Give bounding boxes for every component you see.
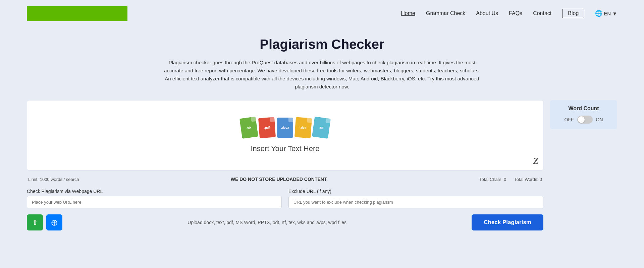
nav-contact[interactable]: Contact xyxy=(533,10,551,16)
chevron-down-icon: ▼ xyxy=(612,11,617,16)
upload-buttons: ⇧ ⨁ xyxy=(27,214,62,230)
total-words: Total Words: 0 xyxy=(514,177,542,182)
text-input-area[interactable]: .xls .pdf .docx .doc .rtf Insert Your Te… xyxy=(27,100,543,171)
stats: Total Chars: 0 Total Words: 0 xyxy=(479,177,542,182)
action-row: ⇧ ⨁ Upload docx, text, pdf, MS Word, PPT… xyxy=(27,214,543,230)
dropbox-button[interactable]: ⨁ xyxy=(46,214,62,230)
upload-info: Upload docx, text, pdf, MS Word, PPTX, o… xyxy=(62,220,472,225)
nav-faqs[interactable]: FAQs xyxy=(509,10,522,16)
doc-icon: .doc xyxy=(294,117,312,138)
globe-icon: 🌐 xyxy=(595,10,602,17)
insert-text-label: Insert Your Text Here xyxy=(251,144,319,153)
nav-about-us[interactable]: About Us xyxy=(476,10,498,16)
webpage-url-label: Check Plagiarism via Webpage URL xyxy=(27,189,282,194)
check-plagiarism-button[interactable]: Check Plagiarism xyxy=(472,214,543,230)
navigation: Home Grammar Check About Us FAQs Contact… xyxy=(401,9,617,18)
dropbox-icon: ⨁ xyxy=(51,219,57,226)
no-store-text: WE DO NOT STORE UPLOADED CONTENT. xyxy=(231,177,328,182)
main-content: Plagiarism Checker Plagiarism checker go… xyxy=(0,27,644,244)
webpage-url-input[interactable] xyxy=(27,196,282,208)
xls-icon: .xls xyxy=(239,117,258,139)
toggle-thumb xyxy=(578,116,585,123)
toggle-off-label: OFF xyxy=(565,117,574,122)
page-title: Plagiarism Checker xyxy=(27,37,617,52)
lang-label: EN xyxy=(604,11,611,16)
rtf-icon: .rtf xyxy=(312,117,331,139)
typo-icon: 𝜡 xyxy=(533,156,538,166)
word-count-toggle[interactable] xyxy=(577,116,593,124)
nav-grammar-check[interactable]: Grammar Check xyxy=(426,10,465,16)
total-chars: Total Chars: 0 xyxy=(479,177,506,182)
page-description: Plagiarism checker goes through the ProQ… xyxy=(161,59,483,91)
header: Home Grammar Check About Us FAQs Contact… xyxy=(0,0,644,27)
upload-file-button[interactable]: ⇧ xyxy=(27,214,43,230)
exclude-url-label: Exclude URL (if any) xyxy=(288,189,543,194)
bottom-bar: Limit: 1000 words / search WE DO NOT STO… xyxy=(27,175,543,184)
logo xyxy=(27,6,127,21)
toggle-on-label: ON xyxy=(596,117,603,122)
tool-wrapper: .xls .pdf .docx .doc .rtf Insert Your Te… xyxy=(27,100,617,230)
nav-home[interactable]: Home xyxy=(401,10,415,16)
webpage-url-group: Check Plagiarism via Webpage URL xyxy=(27,189,282,208)
toggle-row: OFF ON xyxy=(558,116,609,124)
exclude-url-input[interactable] xyxy=(288,196,543,208)
upload-icon: ⇧ xyxy=(32,218,38,226)
limit-text: Limit: 1000 words / search xyxy=(28,177,79,182)
word-count-box: Word Count OFF ON xyxy=(550,100,617,129)
file-icons: .xls .pdf .docx .doc .rtf xyxy=(241,118,329,138)
pdf-icon: .pdf xyxy=(258,117,276,138)
word-count-title: Word Count xyxy=(558,106,609,112)
docx-icon: .docx xyxy=(277,118,293,138)
url-section: Check Plagiarism via Webpage URL Exclude… xyxy=(27,189,543,208)
language-selector[interactable]: 🌐 EN ▼ xyxy=(595,10,617,17)
exclude-url-group: Exclude URL (if any) xyxy=(288,189,543,208)
nav-blog[interactable]: Blog xyxy=(562,9,584,18)
